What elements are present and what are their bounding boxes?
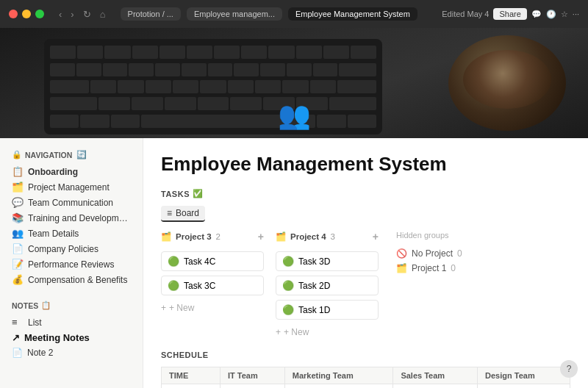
sidebar-item-note2[interactable]: 📄 Note 2 <box>6 345 137 360</box>
col-header-project4: 🗂️ Project 4 3 + <box>276 231 379 245</box>
meeting-notes-icon: ↗ <box>12 332 20 343</box>
content-area: Employee Management System TASKS ✅ ≡ Boa… <box>143 138 588 388</box>
hidden-group-project1[interactable]: 🗂️ Project 1 0 <box>396 263 462 273</box>
team-comm-icon: 💬 <box>12 197 24 208</box>
notes-icon: 📋 <box>41 301 51 310</box>
sidebar-item-meeting-notes[interactable]: ↗ Meeting Notes <box>6 330 137 345</box>
sidebar-item-team-communication[interactable]: 💬 Team Communication <box>6 195 137 210</box>
tab-employee-mgmt-system-label: Employee Management System <box>295 10 410 18</box>
design-1000 <box>478 384 570 389</box>
more-icon[interactable]: ··· <box>573 10 579 18</box>
hidden-groups-label: Hidden groups <box>396 231 462 240</box>
forward-button[interactable]: › <box>68 7 76 21</box>
board-column-project3: 🗂️ Project 3 2 + 🟢 Task 4C 🟢 Task 3C + +… <box>161 231 264 340</box>
sales-1000 <box>393 384 478 389</box>
bowl-image <box>448 35 566 131</box>
board-list-icon: ≡ <box>167 208 172 218</box>
time-1000: 10:00 AM <box>162 384 220 389</box>
minimize-button[interactable] <box>22 10 31 18</box>
home-button[interactable]: ⌂ <box>97 7 109 21</box>
browser-actions: Edited May 4 Share 💬 🕐 ☆ ··· <box>442 8 579 20</box>
col-header-time: TIME <box>162 367 220 384</box>
task-card-1d[interactable]: 🟢 Task 1D <box>276 300 379 320</box>
reload-button[interactable]: ↻ <box>80 7 94 21</box>
tab-bar: Prototion / ... Employee managem... Empl… <box>121 7 437 21</box>
list-icon: ≡ <box>12 317 24 328</box>
nav-buttons: ‹ › ↻ ⌂ <box>56 7 109 21</box>
tab-employee-mgmt-system[interactable]: Employee Management System <box>288 7 417 21</box>
task-card-3c[interactable]: 🟢 Task 3C <box>161 276 264 295</box>
project3-icon: 🗂️ <box>161 231 171 242</box>
back-button[interactable]: ‹ <box>56 7 65 21</box>
main-content: 🔒 NAVIGATION 🔄 📋 Onboarding 🗂️ Project M… <box>0 138 588 388</box>
note2-icon: 📄 <box>12 348 23 358</box>
comment-icon[interactable]: 💬 <box>531 10 542 19</box>
board-container: 🗂️ Project 3 2 + 🟢 Task 4C 🟢 Task 3C + +… <box>161 231 570 340</box>
tasks-check-icon: ✅ <box>193 189 204 198</box>
sidebar-item-team-details[interactable]: 👥 Team Details <box>6 226 137 241</box>
performance-reviews-icon: 📝 <box>12 259 24 270</box>
col-add-project4[interactable]: + <box>373 231 379 242</box>
tab-employee-mgmt[interactable]: Employee managem... <box>187 7 282 21</box>
browser-chrome: ‹ › ↻ ⌂ Prototion / ... Employee managem… <box>0 0 588 28</box>
tab-prototion-label: Prototion / ... <box>128 10 173 18</box>
notes-section-label: NOTES 📋 <box>6 298 137 315</box>
col-header-sales: Sales Team <box>393 367 478 384</box>
task-card-2d[interactable]: 🟢 Task 2D <box>276 276 379 295</box>
tasks-section-header: TASKS ✅ <box>161 189 570 198</box>
no-project-icon: 🚫 <box>396 248 407 259</box>
hidden-groups: Hidden groups 🚫 No Project 0 🗂️ Project … <box>396 231 462 340</box>
star-icon[interactable]: ☆ <box>561 10 568 19</box>
new-task-plus-icon: + <box>161 303 166 313</box>
tab-employee-mgmt-label: Employee managem... <box>194 10 275 18</box>
col-header-design: Design Team <box>478 367 570 384</box>
new-task-project4[interactable]: + + New <box>276 324 379 340</box>
marketing-1000 <box>284 384 393 389</box>
nav-lock-icon: 🔒 <box>12 150 22 159</box>
project4-icon: 🗂️ <box>276 231 286 242</box>
compensation-icon: 💰 <box>12 274 24 285</box>
col-header-project3: 🗂️ Project 3 2 + <box>161 231 264 245</box>
sidebar-item-company-policies[interactable]: 📄 Company Policies <box>6 241 137 256</box>
task1d-icon: 🟢 <box>282 304 294 315</box>
schedule-section-header: SCHEDULE <box>161 351 570 359</box>
sidebar-item-training[interactable]: 📚 Training and Development <box>6 210 137 226</box>
help-button[interactable]: ? <box>560 360 578 378</box>
hidden-group-no-project[interactable]: 🚫 No Project 0 <box>396 248 462 259</box>
share-button[interactable]: Share <box>493 8 526 20</box>
sidebar-item-list[interactable]: ≡ List <box>6 315 137 330</box>
sidebar-item-onboarding[interactable]: 📋 Onboarding <box>6 164 137 179</box>
traffic-lights <box>9 10 44 18</box>
task-card-4c[interactable]: 🟢 Task 4C <box>161 251 264 271</box>
edited-label: Edited May 4 <box>442 10 489 18</box>
new-task-plus-icon2: + <box>276 327 281 337</box>
col-header-it: IT Team <box>220 367 285 384</box>
nav-refresh-icon: 🔄 <box>76 150 87 159</box>
col-add-project3[interactable]: + <box>258 231 264 242</box>
clock-icon[interactable]: 🕐 <box>546 10 556 19</box>
it-1000 <box>220 384 285 389</box>
task2d-icon: 🟢 <box>282 280 294 291</box>
onboarding-icon: 📋 <box>12 166 24 177</box>
schedule-section: SCHEDULE TIME IT Team Marketing Team Sal… <box>161 351 570 388</box>
sidebar: 🔒 NAVIGATION 🔄 📋 Onboarding 🗂️ Project M… <box>0 138 143 388</box>
tab-prototion[interactable]: Prototion / ... <box>121 7 181 21</box>
company-policies-icon: 📄 <box>12 243 24 254</box>
board-tab[interactable]: ≡ Board <box>161 206 205 222</box>
photo-area: 👥 <box>0 28 588 138</box>
schedule-row-1000: 10:00 AM <box>162 384 570 389</box>
close-button[interactable] <box>9 10 18 18</box>
sidebar-item-project-management[interactable]: 🗂️ Project Management <box>6 179 137 195</box>
schedule-header-row: TIME IT Team Marketing Team Sales Team D… <box>162 367 570 384</box>
board-column-project4: 🗂️ Project 4 3 + 🟢 Task 3D 🟢 Task 2D 🟢 T… <box>276 231 379 340</box>
sidebar-item-compensation[interactable]: 💰 Compensation & Benefits <box>6 272 137 287</box>
col-header-marketing: Marketing Team <box>284 367 393 384</box>
training-icon: 📚 <box>12 212 24 223</box>
navigation-section-label: 🔒 NAVIGATION 🔄 <box>6 147 137 164</box>
task3c-icon: 🟢 <box>168 280 179 291</box>
maximize-button[interactable] <box>35 10 44 18</box>
task3d-icon: 🟢 <box>282 256 294 267</box>
task-card-3d[interactable]: 🟢 Task 3D <box>276 251 379 271</box>
sidebar-item-performance-reviews[interactable]: 📝 Performance Reviews <box>6 256 137 272</box>
new-task-project3[interactable]: + + New <box>161 300 264 316</box>
